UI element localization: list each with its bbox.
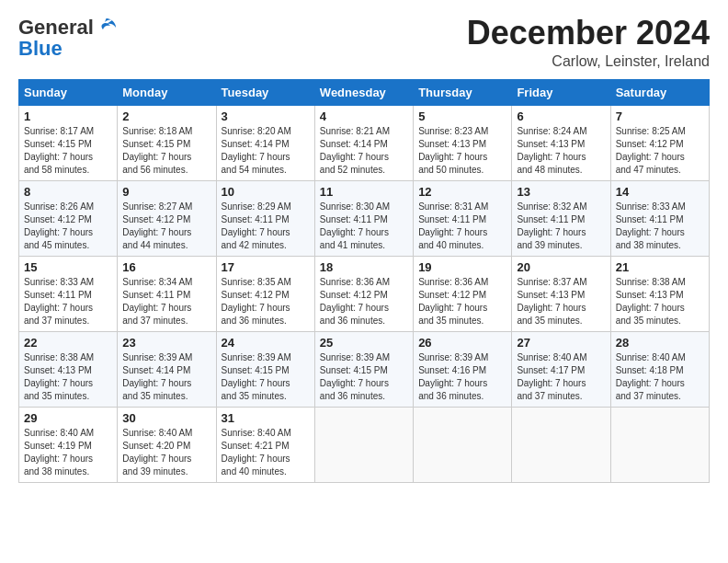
day-number: 13 [517,185,605,199]
day-info: Sunrise: 8:36 AM Sunset: 4:12 PM Dayligh… [320,276,408,327]
day-number: 5 [418,109,506,123]
location-subtitle: Carlow, Leinster, Ireland [467,53,710,70]
day-info: Sunrise: 8:23 AM Sunset: 4:13 PM Dayligh… [418,125,506,177]
day-number: 8 [24,185,112,199]
calendar-cell: 24Sunrise: 8:39 AM Sunset: 4:15 PM Dayli… [216,331,314,407]
day-info: Sunrise: 8:40 AM Sunset: 4:18 PM Dayligh… [616,351,704,403]
day-number: 20 [517,260,605,274]
day-number: 1 [24,109,112,123]
day-number: 27 [517,336,605,350]
day-info: Sunrise: 8:40 AM Sunset: 4:21 PM Dayligh… [222,427,310,478]
day-info: Sunrise: 8:39 AM Sunset: 4:15 PM Dayligh… [222,351,310,403]
day-number: 31 [222,411,310,425]
calendar-cell: 29Sunrise: 8:40 AM Sunset: 4:19 PM Dayli… [19,407,118,482]
calendar-cell: 19Sunrise: 8:36 AM Sunset: 4:12 PM Dayli… [414,256,512,331]
day-info: Sunrise: 8:24 AM Sunset: 4:13 PM Dayligh… [517,125,605,177]
calendar-cell: 8Sunrise: 8:26 AM Sunset: 4:12 PM Daylig… [19,180,118,256]
calendar-cell: 15Sunrise: 8:33 AM Sunset: 4:11 PM Dayli… [19,256,118,331]
page-header: General Blue December 2024 Carlow, Leins… [18,15,710,70]
calendar-cell: 27Sunrise: 8:40 AM Sunset: 4:17 PM Dayli… [512,331,610,407]
day-number: 22 [24,336,112,350]
calendar-cell [610,407,709,482]
day-number: 12 [418,185,506,199]
day-number: 28 [616,336,704,350]
day-number: 21 [616,260,704,274]
day-info: Sunrise: 8:25 AM Sunset: 4:12 PM Dayligh… [616,125,704,177]
calendar-cell [414,407,512,482]
calendar-cell: 18Sunrise: 8:36 AM Sunset: 4:12 PM Dayli… [314,256,413,331]
weekday-header: Thursday [414,79,512,105]
calendar-cell [314,407,413,482]
day-number: 11 [320,185,408,199]
weekday-header: Tuesday [216,79,314,105]
day-number: 16 [122,260,210,274]
calendar-cell: 14Sunrise: 8:33 AM Sunset: 4:11 PM Dayli… [610,180,709,256]
calendar-cell: 1Sunrise: 8:17 AM Sunset: 4:15 PM Daylig… [19,105,118,180]
calendar-cell: 16Sunrise: 8:34 AM Sunset: 4:11 PM Dayli… [118,256,216,331]
day-number: 7 [616,109,704,123]
calendar-cell: 21Sunrise: 8:38 AM Sunset: 4:13 PM Dayli… [610,256,709,331]
day-info: Sunrise: 8:40 AM Sunset: 4:19 PM Dayligh… [24,427,112,478]
day-info: Sunrise: 8:17 AM Sunset: 4:15 PM Dayligh… [24,125,112,177]
day-info: Sunrise: 8:39 AM Sunset: 4:14 PM Dayligh… [122,351,210,403]
calendar-cell: 30Sunrise: 8:40 AM Sunset: 4:20 PM Dayli… [118,407,216,482]
day-number: 15 [24,260,112,274]
day-number: 26 [418,336,506,350]
day-number: 10 [222,185,310,199]
day-info: Sunrise: 8:33 AM Sunset: 4:11 PM Dayligh… [24,276,112,327]
calendar-cell: 25Sunrise: 8:39 AM Sunset: 4:15 PM Dayli… [314,331,413,407]
calendar-header-row: SundayMondayTuesdayWednesdayThursdayFrid… [19,79,710,105]
day-info: Sunrise: 8:21 AM Sunset: 4:14 PM Dayligh… [320,125,408,177]
weekday-header: Sunday [19,79,118,105]
day-number: 25 [320,336,408,350]
calendar-cell: 9Sunrise: 8:27 AM Sunset: 4:12 PM Daylig… [118,180,216,256]
logo: General Blue [18,15,119,61]
calendar-cell: 22Sunrise: 8:38 AM Sunset: 4:13 PM Dayli… [19,331,118,407]
day-info: Sunrise: 8:39 AM Sunset: 4:16 PM Dayligh… [418,351,506,403]
weekday-header: Saturday [610,79,709,105]
day-number: 4 [320,109,408,123]
calendar-table: SundayMondayTuesdayWednesdayThursdayFrid… [18,79,710,483]
page-container: General Blue December 2024 Carlow, Leins… [0,0,728,492]
day-number: 30 [122,411,210,425]
calendar-cell: 10Sunrise: 8:29 AM Sunset: 4:11 PM Dayli… [216,180,314,256]
calendar-cell: 7Sunrise: 8:25 AM Sunset: 4:12 PM Daylig… [610,105,709,180]
calendar-cell: 28Sunrise: 8:40 AM Sunset: 4:18 PM Dayli… [610,331,709,407]
calendar-cell: 12Sunrise: 8:31 AM Sunset: 4:11 PM Dayli… [414,180,512,256]
calendar-cell: 11Sunrise: 8:30 AM Sunset: 4:11 PM Dayli… [314,180,413,256]
weekday-header: Monday [118,79,216,105]
day-info: Sunrise: 8:38 AM Sunset: 4:13 PM Dayligh… [24,351,112,403]
day-info: Sunrise: 8:26 AM Sunset: 4:12 PM Dayligh… [24,201,112,252]
calendar-cell: 26Sunrise: 8:39 AM Sunset: 4:16 PM Dayli… [414,331,512,407]
calendar-cell: 23Sunrise: 8:39 AM Sunset: 4:14 PM Dayli… [118,331,216,407]
day-info: Sunrise: 8:20 AM Sunset: 4:14 PM Dayligh… [222,125,310,177]
day-number: 2 [122,109,210,123]
calendar-cell: 5Sunrise: 8:23 AM Sunset: 4:13 PM Daylig… [414,105,512,180]
weekday-header: Friday [512,79,610,105]
calendar-cell: 31Sunrise: 8:40 AM Sunset: 4:21 PM Dayli… [216,407,314,482]
calendar-cell: 3Sunrise: 8:20 AM Sunset: 4:14 PM Daylig… [216,105,314,180]
calendar-cell [512,407,610,482]
day-info: Sunrise: 8:30 AM Sunset: 4:11 PM Dayligh… [320,201,408,252]
calendar-cell: 20Sunrise: 8:37 AM Sunset: 4:13 PM Dayli… [512,256,610,331]
calendar-cell: 2Sunrise: 8:18 AM Sunset: 4:15 PM Daylig… [118,105,216,180]
day-number: 17 [222,260,310,274]
weekday-header: Wednesday [314,79,413,105]
day-info: Sunrise: 8:38 AM Sunset: 4:13 PM Dayligh… [616,276,704,327]
calendar-cell: 4Sunrise: 8:21 AM Sunset: 4:14 PM Daylig… [314,105,413,180]
day-number: 29 [24,411,112,425]
day-number: 23 [122,336,210,350]
day-info: Sunrise: 8:37 AM Sunset: 4:13 PM Dayligh… [517,276,605,327]
day-number: 18 [320,260,408,274]
day-info: Sunrise: 8:29 AM Sunset: 4:11 PM Dayligh… [222,201,310,252]
day-info: Sunrise: 8:32 AM Sunset: 4:11 PM Dayligh… [517,201,605,252]
day-number: 9 [122,185,210,199]
day-number: 24 [222,336,310,350]
day-info: Sunrise: 8:39 AM Sunset: 4:15 PM Dayligh… [320,351,408,403]
calendar-cell: 13Sunrise: 8:32 AM Sunset: 4:11 PM Dayli… [512,180,610,256]
day-number: 6 [517,109,605,123]
day-number: 3 [222,109,310,123]
day-info: Sunrise: 8:27 AM Sunset: 4:12 PM Dayligh… [122,201,210,252]
day-info: Sunrise: 8:18 AM Sunset: 4:15 PM Dayligh… [122,125,210,177]
title-block: December 2024 Carlow, Leinster, Ireland [467,15,710,70]
